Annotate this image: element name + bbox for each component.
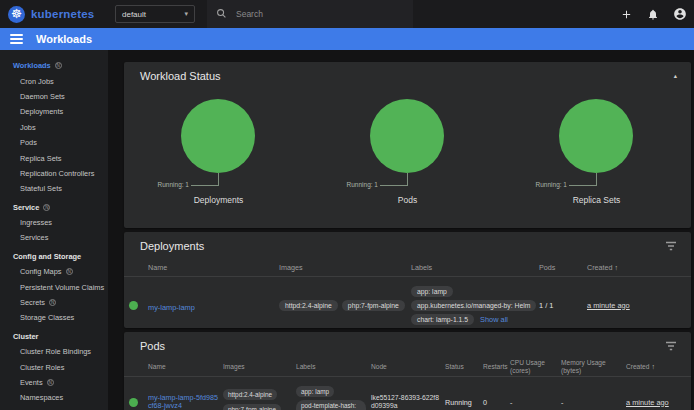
running-count-label: Running: 1 xyxy=(347,181,378,188)
account-user-button[interactable] xyxy=(672,6,688,22)
column-header-cpu[interactable]: CPU Usage (cores) xyxy=(510,359,561,374)
column-header-name[interactable]: Name xyxy=(148,263,279,272)
brand-title[interactable]: kubernetes xyxy=(31,8,94,20)
namespace-value: default xyxy=(122,10,146,19)
namespaced-badge-icon: N xyxy=(43,204,50,211)
column-header-restarts[interactable]: Restarts xyxy=(483,363,510,371)
sidebar-section-cluster: Cluster xyxy=(0,329,108,344)
chart-title: Replica Sets xyxy=(502,195,691,205)
workload-status-card: Workload Status Running: 1 Deployments R… xyxy=(124,62,691,228)
sidebar-item-ingresses[interactable]: Ingresses xyxy=(0,215,108,230)
column-header-images[interactable]: Images xyxy=(279,263,411,272)
sidebar-item-workloads[interactable]: Workloads N xyxy=(0,58,108,73)
pie-slice-running xyxy=(370,99,444,173)
sidebar-section-label: Cluster xyxy=(13,332,38,341)
create-plus-button[interactable] xyxy=(618,6,634,22)
menu-hamburger-icon[interactable] xyxy=(10,34,23,44)
chart-title: Deployments xyxy=(124,195,313,205)
sidebar-item-persistent-volume-claims[interactable]: Persistent Volume Claims N xyxy=(0,279,108,294)
collapse-chevron-up-icon[interactable] xyxy=(674,72,677,80)
column-header-name[interactable]: Name xyxy=(148,363,223,371)
cpu-usage-value: - xyxy=(510,398,561,407)
sidebar-item-stateful-sets[interactable]: Stateful Sets xyxy=(0,181,108,196)
sidebar-item-events[interactable]: Events N xyxy=(0,375,108,390)
namespaced-badge-icon: N xyxy=(49,299,56,306)
notifications-bell-button[interactable] xyxy=(645,6,661,22)
sidebar-item-pods[interactable]: Pods xyxy=(0,135,108,150)
label-chip: app: lamp xyxy=(411,286,453,297)
deployments-table-header: Name Images Labels Pods Created ↑ xyxy=(124,258,691,277)
sidebar-item-services[interactable]: Services xyxy=(0,230,108,245)
sidebar-item-label: Namespaces xyxy=(20,393,63,402)
sidebar-item-cluster-role-bindings[interactable]: Cluster Role Bindings xyxy=(0,344,108,359)
show-all-link[interactable]: Show all xyxy=(480,315,508,324)
column-header-labels[interactable]: Labels xyxy=(296,363,371,371)
deployment-name-link[interactable]: my-lamp-lamp xyxy=(148,303,195,312)
column-header-memory[interactable]: Memory Usage (bytes) xyxy=(561,359,626,374)
namespaced-badge-icon: N xyxy=(66,268,73,275)
label-chip: app.kubernetes.io/managed-by: Helm xyxy=(411,300,536,311)
column-header-node[interactable]: Node xyxy=(371,363,445,371)
sidebar-item-label: Daemon Sets xyxy=(20,92,65,101)
filter-icon[interactable] xyxy=(665,241,677,251)
sidebar-item-daemon-sets[interactable]: Daemon Sets xyxy=(0,89,108,104)
card-title: Deployments xyxy=(140,240,204,252)
filter-icon[interactable] xyxy=(665,341,677,351)
created-value: a minute ago xyxy=(626,398,691,407)
running-count-label: Running: 1 xyxy=(158,181,189,188)
callout-line xyxy=(218,173,219,185)
sidebar-item-deployments[interactable]: Deployments xyxy=(0,104,108,119)
status-ok-icon xyxy=(129,398,138,407)
chart-title: Pods xyxy=(313,195,502,205)
workload-charts: Running: 1 Deployments Running: 1 Pods R… xyxy=(124,99,691,211)
sidebar-item-namespaces[interactable]: Namespaces xyxy=(0,390,108,405)
sidebar-section-service: Service N xyxy=(0,200,108,215)
label-chip: chart: lamp-1.1.5 xyxy=(411,314,474,325)
status-value: Running xyxy=(445,398,483,407)
sidebar-item-config-maps[interactable]: Config Maps N xyxy=(0,264,108,279)
sidebar-item-cluster-roles[interactable]: Cluster Roles xyxy=(0,359,108,374)
pod-name-link[interactable]: my-lamp-lamp-5fd985cf68-jwvz4 xyxy=(148,394,220,410)
search-input[interactable] xyxy=(236,9,396,19)
deployments-card: Deployments Name Images Labels Pods Crea… xyxy=(124,232,691,328)
sidebar-item-label: Cron Jobs xyxy=(20,77,54,86)
callout-line xyxy=(569,185,597,186)
table-row: my-lamp-lamp-5fd985cf68-jwvz4 httpd:2.4-… xyxy=(124,377,691,410)
namespaced-badge-icon: N xyxy=(47,379,54,386)
callout-line xyxy=(191,185,219,186)
image-chip: httpd:2.4-alpine xyxy=(223,389,277,400)
column-header-images[interactable]: Images xyxy=(223,363,296,371)
sidebar-item-label: Workloads xyxy=(13,61,51,70)
column-header-labels[interactable]: Labels xyxy=(411,263,539,272)
search-bar[interactable] xyxy=(207,0,413,28)
pods-card: Pods Name Images Labels Node Status Rest… xyxy=(124,332,691,410)
sidebar-item-label: Persistent Volume Claims xyxy=(20,283,104,292)
sidebar-item-jobs[interactable]: Jobs xyxy=(0,120,108,135)
sidebar-item-secrets[interactable]: Secrets N xyxy=(0,295,108,310)
chevron-down-icon xyxy=(184,10,188,18)
sidebar-item-storage-classes[interactable]: Storage Classes xyxy=(0,310,108,325)
main-content: Workload Status Running: 1 Deployments R… xyxy=(108,50,694,410)
column-header-status[interactable]: Status xyxy=(445,363,483,371)
top-bar: kubernetes default xyxy=(0,0,694,28)
sidebar-item-label: Pods xyxy=(20,138,37,147)
sidebar-item-cron-jobs[interactable]: Cron Jobs xyxy=(0,73,108,88)
sidebar-section-label: Service xyxy=(13,203,39,212)
callout-line xyxy=(407,173,408,185)
column-header-created[interactable]: Created ↑ xyxy=(626,363,691,371)
sidebar-nav: Workloads N Cron Jobs Daemon Sets Deploy… xyxy=(0,50,108,410)
label-chip: pod-template-hash: 5fd985cf68 xyxy=(296,400,366,410)
namespace-selector[interactable]: default xyxy=(115,5,195,23)
pie-slice-running xyxy=(559,99,633,173)
sidebar-item-label: Events xyxy=(20,378,43,387)
sidebar-item-replication-controllers[interactable]: Replication Controllers xyxy=(0,166,108,181)
sidebar-item-network-policies[interactable]: Network Policies N xyxy=(0,406,108,410)
column-header-pods[interactable]: Pods xyxy=(539,263,587,272)
sidebar-item-label: Jobs xyxy=(20,123,36,132)
table-row: my-lamp-lamp httpd:2.4-alpine php:7-fpm-… xyxy=(124,277,691,328)
sidebar-item-replica-sets[interactable]: Replica Sets xyxy=(0,150,108,165)
sidebar-item-label: Replication Controllers xyxy=(20,169,94,178)
namespaced-badge-icon: N xyxy=(55,62,62,69)
image-chip: php:7-fpm-alpine xyxy=(342,300,405,311)
column-header-created[interactable]: Created ↑ xyxy=(587,263,691,272)
